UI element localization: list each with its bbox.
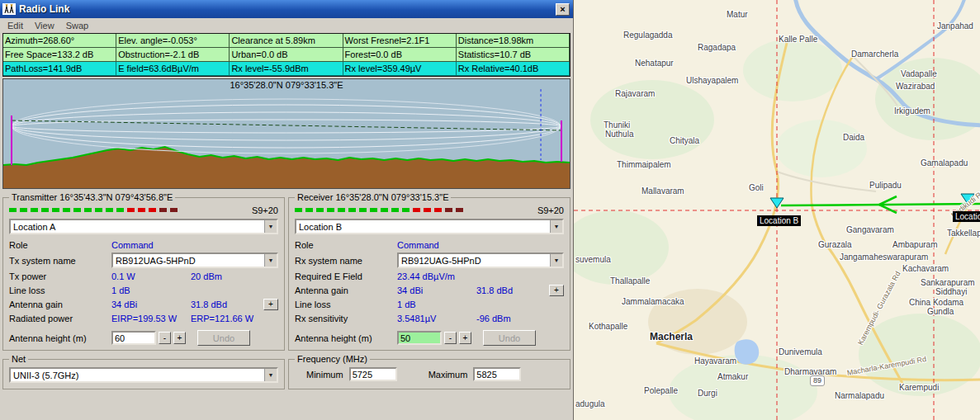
smeter-segment-green [106,208,113,212]
rx-undo-button[interactable]: Undo [483,330,536,346]
stat-forest: Forest=0.0 dB [343,48,457,62]
rx-location-select[interactable]: Location B ▼ [295,219,564,234]
tx-system-select[interactable]: RB912UAG-5HPnD ▼ [111,252,278,268]
map-label-gamalapadu: Gamalapadu [921,158,968,168]
map-label-thuniki: Thuniki [604,120,630,130]
menu-edit[interactable]: Edit [2,20,29,31]
dropdown-arrow-icon[interactable]: ▼ [550,220,562,233]
rx-height-plus-button[interactable]: + [459,332,471,344]
smeter-segment-green [63,208,70,212]
rx-antenna-plus-button[interactable]: + [549,285,564,296]
map-panel[interactable]: MaturRegulagaddaKalle PalleJanpahadRagad… [574,0,980,420]
rx-antenna-height-input[interactable] [397,331,442,345]
menu-swap[interactable]: Swap [60,20,95,31]
tx-line-loss-value: 1 dB [111,286,191,295]
tx-line-loss-label: Line loss [9,286,111,295]
dropdown-arrow-icon[interactable]: ▼ [550,254,562,267]
rx-height-minus-button[interactable]: - [444,332,457,344]
map-label-kalle-palle: Kalle Palle [779,35,817,44]
smeter-segment-green [95,208,102,212]
map-label-takkellapadu: Takkellapadu [947,229,980,238]
menu-bar: Edit View Swap [0,18,573,32]
rx-line-loss-label: Line loss [295,300,397,309]
tx-power-dbm: 20 dBm [191,271,222,281]
tx-gain-dbd: 31.8 dBd [191,300,227,309]
map-label-vadapalle: Vadapalle [901,69,937,78]
tx-eirp-value: EIRP=199.53 W [111,314,191,323]
map-label-matur: Matur [727,10,748,19]
stat-urban: Urban=0.0 dB [230,48,343,62]
map-label-nehatapur: Nehatapur [635,59,674,68]
stat-pathloss: PathLoss=141.9dB [3,62,116,76]
smeter-segment-green [9,208,17,212]
close-button[interactable]: × [556,3,570,16]
map-label-kachavaram: Kachavaram [902,264,949,273]
tx-system-label: Tx system name [9,256,111,266]
stat-worst-fresnel: Worst Fresnel=2.1F1 [343,34,457,48]
minimum-label: Minimum [306,370,343,380]
tx-gain-dbi: 34 dBi [111,300,191,309]
minimum-frequency-input[interactable] [349,367,397,381]
tx-smeter-label: S9+20 [252,205,278,215]
app-icon [2,3,16,15]
smeter-segment-green [316,208,324,212]
receiver-legend: Receiver 16°35'28.0"N 079°33'15.3"E [295,192,451,202]
rx-signal-meter [295,208,463,212]
radio-link-window: Radio Link × Edit View Swap Azimuth=268.… [0,0,574,420]
dropdown-arrow-icon[interactable]: ▼ [264,369,277,381]
rx-gain-dbd: 31.8 dBd [476,286,513,295]
tx-command-link[interactable]: Command [111,240,154,250]
maximum-frequency-input[interactable] [473,367,521,381]
map-labels-layer: MaturRegulagaddaKalle PalleJanpahadRagad… [574,0,980,420]
dropdown-arrow-icon[interactable]: ▼ [264,254,277,267]
map-label-china-kodama: China Kodama [909,298,963,307]
transmitter-panel: Transmitter 16°35'43.3"N 079°43'56.8"E S… [2,192,285,351]
tx-undo-button[interactable]: Undo [197,330,250,346]
tx-antenna-gain-label: Antenna gain [9,300,111,309]
stat-rx-level-uv: Rx level=359.49µV [343,62,457,76]
marker-label-location-b[interactable]: Location B [757,215,801,226]
rx-role-label: Role [295,240,397,250]
smeter-segment-green [381,208,388,212]
stat-obstruction: Obstruction=-2.1 dB [116,48,230,62]
smeter-segment-green [20,208,27,212]
map-label-ambapuram: Ambapuram [892,240,937,249]
net-value: UNII-3 (5.7GHz) [11,370,264,380]
title-bar: Radio Link × [0,0,573,18]
tx-antenna-height-input[interactable] [111,331,156,345]
tx-height-plus-button[interactable]: + [173,332,186,344]
smeter-segment-green [52,208,59,212]
tx-location-select[interactable]: Location A ▼ [9,219,278,234]
net-panel: Net UNII-3 (5.7GHz) ▼ [2,354,285,389]
smeter-segment-green [402,208,410,212]
rx-smeter-label: S9+20 [537,205,564,215]
stat-rx-relative: Rx Relative=40.1dB [457,62,570,76]
tx-height-minus-button[interactable]: - [159,332,171,344]
stat-clearance: Clearance at 5.89km [230,34,343,48]
frequency-panel: Frequency (MHz) Minimum Maximum [288,354,570,389]
tx-antenna-plus-button[interactable]: + [263,299,278,310]
menu-view[interactable]: View [29,20,60,31]
net-select[interactable]: UNII-3 (5.7GHz) ▼ [9,367,278,383]
smeter-segment-green [31,208,38,212]
map-label-janpahad: Janpahad [937,21,973,31]
tx-system-value: RB912UAG-5HPnD [113,256,264,266]
smeter-segment-maroon [159,208,167,212]
marker-label-location-a[interactable]: Location A [953,211,980,222]
screen: Radio Link × Edit View Swap Azimuth=268.… [0,0,980,420]
smeter-segment-maroon [456,208,463,212]
tx-role-label: Role [9,240,111,250]
elevation-profile[interactable]: 16°35'28.0"N 079°33'15.3"E [2,78,570,189]
map-label-suvemula: suvemula [575,255,611,264]
tx-power-label: Tx power [9,271,111,281]
map-label-gurazala: Gurazala [818,240,852,249]
smeter-segment-green [116,208,124,212]
smeter-segment-green [295,208,302,212]
map-label-macherla: Macherla [650,331,693,342]
tx-antenna-height-label: Antenna height (m) [9,333,111,343]
rx-command-link[interactable]: Command [397,240,439,250]
dropdown-arrow-icon[interactable]: ▼ [264,220,277,233]
elevation-profile-graphic [3,79,570,188]
smeter-segment-green [348,208,356,212]
rx-system-select[interactable]: RB912UAG-5HPnD ▼ [397,252,564,268]
